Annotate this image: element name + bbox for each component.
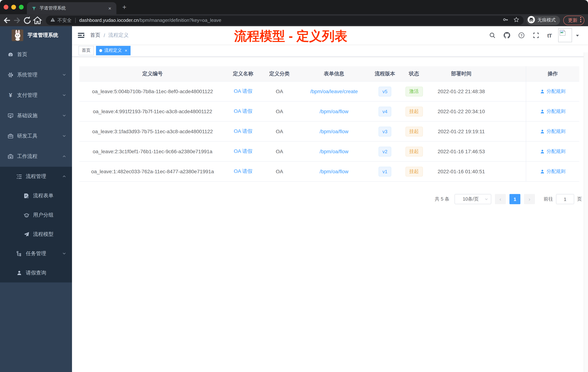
github-icon[interactable]: [504, 32, 510, 39]
cell-status: 挂起: [400, 101, 428, 121]
definition-name-link[interactable]: OA 请假: [234, 88, 252, 95]
breadcrumb-home-link[interactable]: 首页: [90, 32, 100, 39]
chevron-down-icon: [62, 251, 66, 256]
browser-update-button[interactable]: 更新: [563, 15, 584, 25]
page-unit-label: 页: [577, 196, 582, 202]
form-info-link[interactable]: /bpm/oa/flow: [320, 169, 348, 174]
incognito-badge: 无痕模式: [526, 15, 560, 25]
not-secure-warning-icon[interactable]: [50, 17, 55, 23]
sidebar-item-label: 流程管理: [26, 173, 46, 180]
sidebar-item-user-group[interactable]: 用户分组: [0, 205, 72, 225]
sidebar-item-system[interactable]: 系统管理: [0, 65, 72, 85]
cell-status: 挂起: [400, 142, 428, 161]
next-page-button[interactable]: ›: [524, 194, 535, 204]
sidebar-item-leave-query[interactable]: 请假查询: [0, 263, 72, 283]
new-tab-button[interactable]: +: [120, 3, 129, 11]
definition-category: OA: [276, 169, 283, 174]
monitor-icon: [7, 112, 14, 119]
back-icon[interactable]: [2, 15, 12, 25]
browser-menu-dots-icon[interactable]: [580, 17, 581, 24]
sidebar-item-process-mgmt[interactable]: 流程管理: [0, 167, 72, 186]
assign-rule-button[interactable]: 分配规则: [540, 108, 566, 115]
cell-definition-category: OA: [260, 162, 299, 181]
column-header: 定义编号: [79, 66, 226, 81]
assign-user-icon: [540, 149, 545, 154]
form-info-link[interactable]: /bpm/oa/flow: [320, 109, 348, 114]
definition-name-link[interactable]: OA 请假: [234, 108, 252, 115]
sidebar-item-workflow[interactable]: 工作流程: [0, 146, 72, 167]
sidebar-item-label: 流程模型: [33, 231, 53, 238]
page-scrollbar[interactable]: [584, 52, 588, 372]
font-size-icon[interactable]: tT: [547, 32, 552, 39]
cell-form-info: /bpm/oa/flow: [299, 101, 369, 121]
sidebar-collapse-icon[interactable]: [77, 32, 85, 39]
cell-definition-name: OA 请假: [226, 121, 260, 141]
table-row: oa_leave:4:991f2193-7b7f-11ec-a3c8-acde4…: [79, 101, 579, 121]
definition-name-link[interactable]: OA 请假: [234, 168, 252, 175]
chevron-down-icon: [62, 72, 66, 78]
close-window-button[interactable]: [4, 5, 8, 9]
bookmark-star-icon[interactable]: [514, 17, 519, 24]
sidebar-item-payment[interactable]: ¥支付管理: [0, 85, 72, 106]
sidebar-item-process-form[interactable]: 流程表单: [0, 186, 72, 205]
breadcrumb-separator: /: [104, 33, 105, 38]
breadcrumb: 首页 / 流程定义: [90, 32, 129, 39]
assign-rule-button[interactable]: 分配规则: [540, 128, 566, 135]
prev-page-button[interactable]: ‹: [495, 194, 506, 204]
version-badge: v4: [378, 107, 391, 116]
saved-passwords-key-icon[interactable]: [503, 17, 508, 24]
column-header-actions: 操作: [526, 66, 579, 81]
search-icon[interactable]: [489, 32, 496, 39]
fullscreen-icon[interactable]: [533, 32, 539, 39]
goto-page-input[interactable]: [556, 194, 574, 204]
form-info-link[interactable]: /bpm/oa/leave/create: [310, 88, 358, 94]
cell-spacer: [495, 121, 526, 141]
browser-tab[interactable]: 芋道管理系统 ×: [27, 2, 116, 14]
status-badge: 挂起: [405, 166, 423, 176]
address-bar[interactable]: 不安全 dashboard.yudao.iocoder.cn/bpm/manag…: [46, 15, 524, 25]
cell-definition-category: OA: [260, 82, 299, 101]
cell-definition-id: oa_leave:1:482ec033-762a-11ec-8477-a2380…: [79, 162, 226, 181]
sidebar-item-home[interactable]: 首页: [0, 44, 72, 65]
sidebar-item-task-mgmt[interactable]: 任务管理: [0, 244, 72, 263]
user-avatar[interactable]: [558, 28, 572, 42]
assign-rule-button[interactable]: 分配规则: [540, 148, 566, 155]
avatar-dropdown-caret-icon[interactable]: [576, 32, 579, 39]
form-info-link[interactable]: /bpm/oa/flow: [320, 129, 348, 134]
tag-close-icon[interactable]: ×: [125, 48, 127, 53]
macos-traffic-lights[interactable]: [4, 5, 24, 9]
sidebar-logo[interactable]: 芋道管理系统: [0, 26, 72, 44]
screen: 芋道管理系统 × + 不安全 dashboard.yudao.iocoder.c…: [0, 0, 588, 372]
column-header: 流程版本: [369, 66, 400, 81]
tag-process-definition[interactable]: 流程定义×: [96, 46, 131, 55]
form-info-link[interactable]: /bpm/oa/flow: [320, 149, 348, 154]
reload-icon[interactable]: [22, 15, 32, 25]
sidebar-item-dev-tools[interactable]: 研发工具: [0, 126, 72, 146]
definition-name-link[interactable]: OA 请假: [234, 128, 252, 135]
gear-icon: [7, 72, 14, 78]
minimize-window-button[interactable]: [11, 5, 16, 9]
assign-rule-label: 分配规则: [546, 148, 566, 155]
page-number-button[interactable]: 1: [509, 194, 520, 204]
sidebar-item-infrastructure[interactable]: 基础设施: [0, 106, 72, 126]
sidebar-item-process-model[interactable]: 流程模型: [0, 225, 72, 244]
assign-rule-button[interactable]: 分配规则: [540, 168, 566, 175]
table-row: oa_leave:2:3c1f0ef1-76b1-11ec-9c66-a2380…: [79, 142, 579, 162]
browser-toolbar: 不安全 dashboard.yudao.iocoder.cn/bpm/manag…: [0, 14, 588, 26]
definition-category: OA: [276, 109, 283, 114]
page-size-select[interactable]: 10条/页: [454, 194, 491, 204]
home-icon[interactable]: [33, 15, 42, 25]
forward-icon[interactable]: [12, 15, 22, 25]
chevron-down-icon: [484, 197, 488, 201]
assign-rule-label: 分配规则: [546, 88, 566, 95]
tab-close-icon[interactable]: ×: [107, 5, 113, 11]
not-secure-label[interactable]: 不安全: [57, 17, 72, 23]
cell-actions: 分配规则: [526, 121, 579, 141]
definition-name-link[interactable]: OA 请假: [234, 148, 252, 155]
help-icon[interactable]: ?: [518, 32, 525, 39]
tag-label: 流程定义: [104, 47, 122, 54]
zoom-window-button[interactable]: [19, 5, 24, 9]
tag-home[interactable]: 首页: [79, 46, 94, 55]
update-label[interactable]: 更新: [568, 17, 578, 23]
assign-rule-button[interactable]: 分配规则: [540, 88, 566, 95]
